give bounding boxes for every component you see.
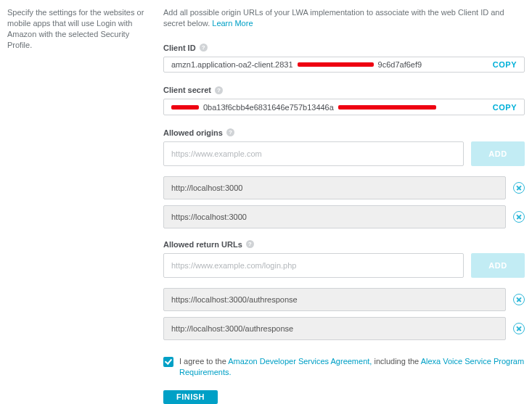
- developer-services-agreement-link[interactable]: Amazon Developer Services Agreement,: [228, 357, 374, 366]
- allowed-origins-input[interactable]: [163, 141, 464, 166]
- list-item: https://localhost:3000/authresponse: [163, 288, 525, 311]
- remove-icon[interactable]: [513, 211, 525, 223]
- client-id-box: amzn1.application-oa2-client.2831 9c6d7a…: [163, 57, 525, 73]
- intro-text: Add all possible origin URLs of your LWA…: [163, 7, 525, 29]
- allowed-return-urls-label: Allowed return URLs ?: [163, 240, 525, 249]
- origin-entry: http://localhost:3000: [163, 176, 506, 199]
- main-column: Add all possible origin URLs of your LWA…: [163, 7, 525, 404]
- client-secret-box: 0ba13f6cbb4e6831646e757b13446a COPY: [163, 99, 525, 115]
- allowed-return-urls-list: https://localhost:3000/authresponse http…: [163, 288, 525, 340]
- redaction-mark: [338, 105, 436, 110]
- finish-button[interactable]: FINISH: [163, 390, 218, 404]
- client-id-label: Client ID ?: [163, 44, 525, 52]
- return-url-entry: http://localhost:3000/authresponse: [163, 317, 506, 340]
- return-url-entry: https://localhost:3000/authresponse: [163, 288, 506, 311]
- agreement-row: I agree to the Amazon Developer Services…: [163, 356, 525, 379]
- info-icon[interactable]: ?: [246, 240, 254, 248]
- remove-icon[interactable]: [513, 182, 525, 194]
- info-icon[interactable]: ?: [226, 128, 234, 136]
- client-id-suffix: 9c6d7af6ef9: [378, 60, 422, 69]
- allowed-origins-list: http://localhost:3000 https://localhost:…: [163, 176, 525, 228]
- copy-client-id-button[interactable]: COPY: [493, 60, 517, 69]
- add-return-url-button[interactable]: ADD: [471, 253, 525, 278]
- allowed-return-urls-input[interactable]: [163, 253, 464, 278]
- info-icon[interactable]: ?: [200, 44, 208, 51]
- remove-icon[interactable]: [513, 323, 525, 334]
- info-icon[interactable]: ?: [215, 86, 223, 94]
- origin-entry: https://localhost:3000: [163, 205, 506, 228]
- list-item: https://localhost:3000: [163, 205, 525, 228]
- list-item: http://localhost:3000: [163, 176, 525, 199]
- sidebar-description-text: Specify the settings for the websites or…: [7, 8, 144, 49]
- agreement-text: I agree to the Amazon Developer Services…: [179, 356, 525, 379]
- client-secret-mid: 0ba13f6cbb4e6831646e757b13446a: [203, 103, 334, 112]
- agreement-checkbox[interactable]: [163, 357, 173, 367]
- add-origin-button[interactable]: ADD: [471, 141, 525, 166]
- list-item: http://localhost:3000/authresponse: [163, 317, 525, 340]
- copy-client-secret-button[interactable]: COPY: [493, 103, 517, 112]
- sidebar-description: Specify the settings for the websites or…: [7, 7, 156, 404]
- remove-icon[interactable]: [513, 294, 525, 305]
- allowed-origins-label: Allowed origins ?: [163, 128, 525, 137]
- redaction-mark: [171, 105, 199, 110]
- client-id-prefix: amzn1.application-oa2-client.2831: [171, 60, 293, 69]
- redaction-mark: [298, 62, 374, 67]
- learn-more-link[interactable]: Learn More: [212, 19, 253, 28]
- client-secret-label: Client secret ?: [163, 86, 525, 94]
